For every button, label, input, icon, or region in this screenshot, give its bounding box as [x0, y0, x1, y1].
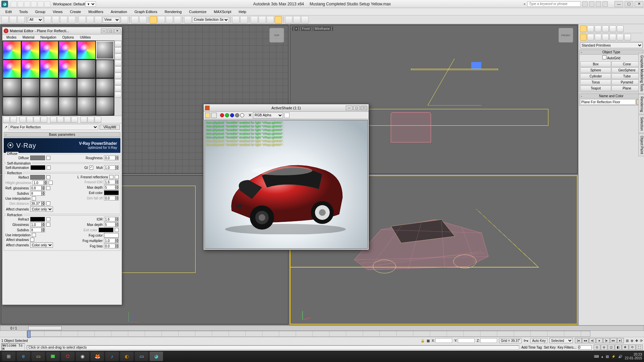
menu-tools[interactable]: Tools [16, 9, 31, 14]
refgloss-checkbox[interactable] [46, 223, 50, 227]
goto-start-button[interactable]: |◂ [575, 338, 582, 343]
tray-power-icon[interactable]: ⚡ [611, 355, 615, 358]
subdivs-input[interactable] [30, 191, 42, 196]
pick-icon[interactable]: ↗ [4, 125, 7, 129]
ior-input[interactable] [104, 217, 115, 222]
tray-up-icon[interactable]: ▴ [601, 355, 603, 358]
material-slot[interactable] [3, 78, 21, 97]
scroll-thumb[interactable] [28, 326, 62, 330]
open-icon[interactable] [17, 1, 23, 7]
as-clear-icon[interactable]: ✕ [248, 113, 252, 118]
zoomall-icon[interactable]: ⊚ [601, 345, 607, 350]
modify-tab-icon[interactable] [587, 25, 594, 32]
fresref-checkbox[interactable] [109, 175, 113, 179]
diffuse-map-checkbox[interactable] [46, 156, 50, 160]
angle-snap-icon[interactable] [158, 16, 165, 23]
options-icon[interactable] [115, 79, 121, 85]
workspace-dropdown[interactable]: ▾ [85, 1, 96, 7]
diffuse-swatch[interactable] [30, 156, 45, 160]
dimfall-input[interactable] [104, 196, 115, 200]
material-slot[interactable] [96, 97, 114, 115]
teapot-button[interactable]: Teapot [580, 85, 611, 91]
move-icon[interactable] [78, 16, 86, 23]
explorer-icon[interactable]: ▭ [32, 352, 45, 361]
tab-selection[interactable]: Selection [638, 115, 644, 133]
show-end-icon[interactable] [71, 117, 78, 123]
render-frame-icon[interactable] [293, 16, 301, 23]
material-slot[interactable] [21, 97, 40, 115]
help-search-input[interactable] [527, 1, 581, 7]
object-type-header[interactable]: Object Type [580, 50, 643, 55]
layers-icon[interactable] [251, 16, 258, 23]
reflect-checkbox[interactable] [46, 175, 50, 179]
store-icon[interactable]: ⯀ [46, 352, 60, 361]
prev-key-button[interactable]: ◂| [589, 338, 596, 343]
useinterp2-checkbox[interactable] [32, 233, 36, 237]
align-icon[interactable] [240, 16, 248, 23]
mat-id-icon[interactable] [57, 117, 64, 123]
key-target-dropdown[interactable]: Selected [549, 338, 573, 343]
helpers-icon[interactable] [609, 34, 616, 41]
matmenu-options[interactable]: Options [60, 36, 76, 39]
material-slot[interactable] [40, 78, 58, 97]
as-red-channel[interactable] [220, 113, 224, 117]
material-slot[interactable] [77, 41, 96, 59]
hilight-lock-checkbox[interactable] [49, 181, 53, 185]
exitcolor2-swatch[interactable] [99, 228, 113, 232]
as-minimize-button[interactable]: — [346, 106, 353, 110]
subdivs2-input[interactable] [30, 228, 42, 232]
refract-checkbox[interactable] [46, 217, 50, 221]
hierarchy-tab-icon[interactable] [595, 25, 601, 32]
render-icon[interactable] [301, 16, 309, 23]
put-to-scene-icon[interactable] [10, 117, 17, 123]
help-icon[interactable] [602, 1, 608, 7]
zoom-ext-icon[interactable]: ◫ [608, 345, 614, 350]
keyboard-icon[interactable] [139, 16, 147, 23]
nav-2-icon[interactable]: ⊕ [631, 339, 633, 343]
geosphere-button[interactable]: GeoSphere [611, 67, 642, 73]
as-close-button[interactable]: ✕ [361, 106, 367, 110]
as-alpha-channel[interactable] [235, 113, 239, 117]
make-unique-icon[interactable] [41, 117, 47, 123]
maximize-button[interactable]: ▢ [625, 1, 633, 7]
torus-button[interactable]: Torus [580, 79, 611, 85]
mirror-icon[interactable] [232, 16, 239, 23]
time-slider[interactable] [27, 331, 590, 337]
go-sibling-icon[interactable] [88, 117, 94, 123]
z-input[interactable] [480, 338, 497, 343]
zoom-icon[interactable]: ⊙ [594, 345, 600, 350]
backlight-icon[interactable] [115, 47, 121, 53]
uv-tiling-icon[interactable] [115, 60, 121, 66]
tab-object-paint[interactable]: Object Paint [638, 133, 644, 156]
material-slot[interactable] [21, 78, 40, 97]
box-button[interactable]: Box [580, 61, 611, 67]
selfillum-swatch[interactable] [31, 165, 45, 170]
manip-icon[interactable] [131, 16, 139, 23]
maxdepth-input[interactable] [104, 185, 115, 190]
3dsmax-taskbar-icon[interactable]: ◕ [150, 352, 163, 361]
maxscript-mini[interactable]: Welcome to M [1, 343, 25, 351]
unlink-icon[interactable] [9, 16, 17, 23]
reset-icon[interactable] [26, 117, 33, 123]
mat-map-nav-icon[interactable] [115, 92, 121, 98]
menu-views[interactable]: Views [49, 9, 66, 14]
material-slot[interactable] [96, 60, 114, 78]
start-button[interactable]: ⊞ [2, 352, 15, 361]
close-button[interactable]: ✕ [635, 1, 643, 7]
mateditor-minimize-button[interactable]: — [101, 28, 107, 33]
go-parent-icon[interactable] [80, 117, 87, 123]
current-frame-input[interactable] [578, 345, 592, 350]
matmenu-modes[interactable]: Modes [4, 36, 19, 39]
material-slot[interactable] [40, 97, 58, 115]
material-slot[interactable] [3, 60, 21, 78]
plane-button[interactable]: Plane [611, 85, 642, 91]
snap-icon[interactable]: ▦ [427, 339, 430, 343]
pivot-icon[interactable] [121, 16, 128, 23]
cameras-icon[interactable] [602, 34, 609, 41]
material-slot-selected[interactable] [96, 41, 114, 59]
app2-icon[interactable]: ◐ [120, 352, 133, 361]
maxvp-icon[interactable]: ⛶ [636, 345, 643, 350]
play-button[interactable]: ▸ [596, 338, 603, 343]
go-forward-icon[interactable] [95, 117, 101, 123]
reflgloss-input[interactable] [30, 186, 42, 190]
